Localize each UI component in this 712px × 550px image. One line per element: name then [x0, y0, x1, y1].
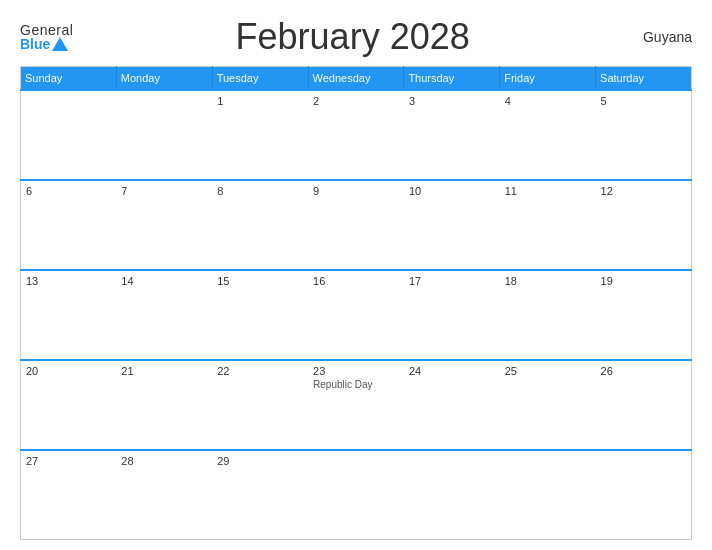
day-number: 5 [601, 95, 686, 107]
day-number: 10 [409, 185, 495, 197]
calendar-day-cell: 17 [404, 270, 500, 360]
calendar-day-cell: 4 [500, 90, 596, 180]
day-number: 19 [601, 275, 686, 287]
header: General Blue February 2028 Guyana [20, 16, 692, 58]
col-saturday: Saturday [596, 67, 692, 91]
day-number: 7 [121, 185, 207, 197]
calendar-day-cell: 21 [116, 360, 212, 450]
calendar-table: Sunday Monday Tuesday Wednesday Thursday… [20, 66, 692, 540]
calendar-week-row: 6789101112 [21, 180, 692, 270]
calendar-day-cell: 26 [596, 360, 692, 450]
logo-general-text: General [20, 23, 73, 37]
logo-blue-text: Blue [20, 37, 68, 52]
day-number: 4 [505, 95, 591, 107]
day-number: 23 [313, 365, 399, 377]
calendar-week-row: 272829 [21, 450, 692, 540]
day-number: 18 [505, 275, 591, 287]
calendar-day-cell: 19 [596, 270, 692, 360]
col-monday: Monday [116, 67, 212, 91]
calendar-day-cell: 14 [116, 270, 212, 360]
col-wednesday: Wednesday [308, 67, 404, 91]
day-number: 26 [601, 365, 686, 377]
calendar-day-cell: 25 [500, 360, 596, 450]
calendar-title: February 2028 [73, 16, 632, 58]
day-number: 2 [313, 95, 399, 107]
col-sunday: Sunday [21, 67, 117, 91]
calendar-day-cell [21, 90, 117, 180]
col-thursday: Thursday [404, 67, 500, 91]
calendar-week-row: 12345 [21, 90, 692, 180]
day-number: 25 [505, 365, 591, 377]
day-number: 22 [217, 365, 303, 377]
day-number: 28 [121, 455, 207, 467]
calendar-day-cell: 1 [212, 90, 308, 180]
calendar-day-cell [116, 90, 212, 180]
calendar-day-cell: 28 [116, 450, 212, 540]
day-number: 20 [26, 365, 111, 377]
calendar-page: General Blue February 2028 Guyana Sunday… [0, 0, 712, 550]
calendar-day-cell: 5 [596, 90, 692, 180]
calendar-day-cell: 23Republic Day [308, 360, 404, 450]
logo: General Blue [20, 23, 73, 52]
calendar-day-cell: 11 [500, 180, 596, 270]
day-number: 1 [217, 95, 303, 107]
calendar-day-cell: 15 [212, 270, 308, 360]
calendar-day-cell: 13 [21, 270, 117, 360]
day-number: 21 [121, 365, 207, 377]
calendar-day-cell [404, 450, 500, 540]
calendar-week-row: 13141516171819 [21, 270, 692, 360]
calendar-day-cell: 3 [404, 90, 500, 180]
calendar-day-cell: 12 [596, 180, 692, 270]
calendar-day-cell: 22 [212, 360, 308, 450]
calendar-day-cell: 16 [308, 270, 404, 360]
calendar-day-cell: 6 [21, 180, 117, 270]
day-number: 3 [409, 95, 495, 107]
day-event: Republic Day [313, 379, 399, 390]
day-number: 27 [26, 455, 111, 467]
calendar-day-cell: 9 [308, 180, 404, 270]
day-number: 12 [601, 185, 686, 197]
calendar-day-cell: 2 [308, 90, 404, 180]
col-tuesday: Tuesday [212, 67, 308, 91]
day-number: 15 [217, 275, 303, 287]
calendar-day-cell: 20 [21, 360, 117, 450]
day-number: 9 [313, 185, 399, 197]
calendar-day-cell: 29 [212, 450, 308, 540]
calendar-week-row: 20212223Republic Day242526 [21, 360, 692, 450]
calendar-day-cell: 18 [500, 270, 596, 360]
day-number: 8 [217, 185, 303, 197]
country-label: Guyana [632, 29, 692, 45]
day-number: 17 [409, 275, 495, 287]
day-number: 29 [217, 455, 303, 467]
calendar-day-cell: 8 [212, 180, 308, 270]
calendar-day-cell [596, 450, 692, 540]
calendar-day-cell [500, 450, 596, 540]
day-number: 24 [409, 365, 495, 377]
calendar-day-cell: 27 [21, 450, 117, 540]
calendar-day-cell [308, 450, 404, 540]
calendar-day-cell: 24 [404, 360, 500, 450]
day-number: 16 [313, 275, 399, 287]
calendar-day-cell: 7 [116, 180, 212, 270]
day-number: 6 [26, 185, 111, 197]
day-number: 13 [26, 275, 111, 287]
calendar-day-cell: 10 [404, 180, 500, 270]
day-number: 11 [505, 185, 591, 197]
day-number: 14 [121, 275, 207, 287]
col-friday: Friday [500, 67, 596, 91]
logo-triangle-icon [52, 37, 68, 51]
weekday-header-row: Sunday Monday Tuesday Wednesday Thursday… [21, 67, 692, 91]
